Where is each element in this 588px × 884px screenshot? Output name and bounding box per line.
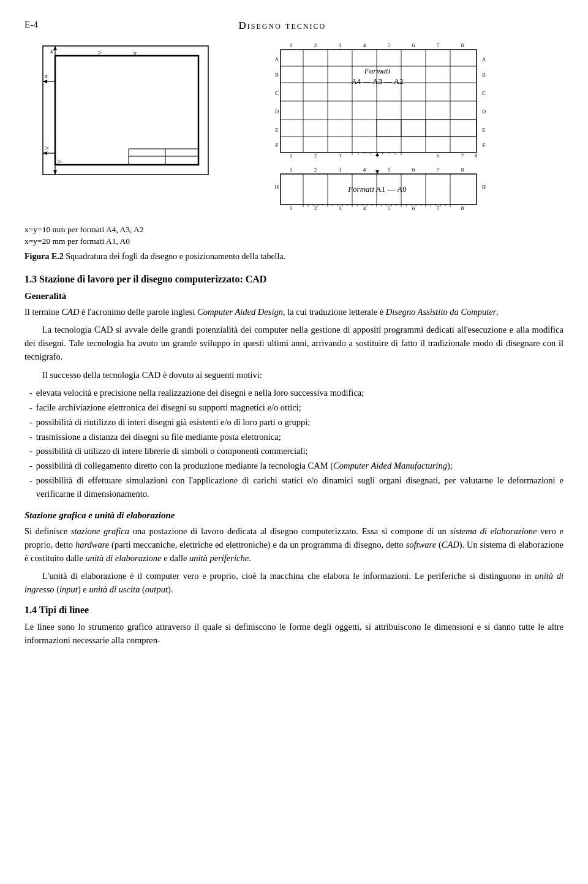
diagram-caption-row: x=y=10 mm per formati A4, A3, A2 x=y=20 …	[24, 224, 564, 247]
list-item: - possibilità di utilizzo di intere libr…	[29, 445, 564, 458]
section-1-4-para1: Le linee sono lo strumento grafico attra…	[24, 621, 564, 648]
page-id: E-4	[24, 18, 38, 32]
bullet-dash: -	[29, 416, 32, 429]
sheet-squaring-diagram: x x > > x >	[24, 40, 221, 202]
bullet-text: possibilità di utilizzo di intere librer…	[36, 445, 308, 458]
list-item: - possibilità di riutilizzo di interi di…	[29, 416, 564, 429]
list-item: - trasmissione a distanza dei disegni su…	[29, 431, 564, 444]
list-item: - possibilità di effettuare simulazioni …	[29, 474, 564, 501]
stazione-para1: Si definisce stazione grafica una postaz…	[24, 525, 564, 565]
figure-caption-bold: Figura E.2	[24, 252, 64, 261]
svg-text:6: 6	[412, 42, 415, 48]
left-caption-line1: x=y=10 mm per formati A4, A3, A2	[24, 225, 143, 234]
diagrams-row: x x > > x >	[24, 40, 564, 213]
list-item: - elevata velocità e precisione nella re…	[29, 387, 564, 400]
svg-text:4: 4	[363, 167, 366, 173]
bullet-dash: -	[29, 387, 32, 400]
figure-caption: Figura E.2 Squadratura dei fogli da dise…	[24, 251, 564, 263]
page-header: E-4 Disegno tecnico	[24, 18, 564, 34]
format-grid-top: 1 2 3 4 5 6 7 8 A B C D E F A B C D E F …	[257, 40, 490, 159]
bullet-text: trasmissione a distanza dei disegni su f…	[36, 431, 281, 444]
svg-text:3: 3	[339, 42, 342, 48]
stazione-heading: Stazione grafica e unità di elaborazione	[24, 509, 564, 523]
svg-text:A4 — A3 — A2: A4 — A3 — A2	[351, 77, 403, 86]
svg-text:D: D	[482, 108, 486, 115]
svg-text:7: 7	[461, 153, 464, 159]
svg-text:H: H	[482, 184, 486, 190]
bullet-list: - elevata velocità e precisione nella re…	[24, 387, 564, 501]
svg-text:H: H	[275, 184, 279, 190]
svg-text:>: >	[45, 143, 49, 153]
svg-text:8: 8	[461, 167, 464, 173]
right-diagrams: 1 2 3 4 5 6 7 8 A B C D E F A B C D E F …	[257, 40, 564, 213]
para3: Il successo della tecnologia CAD è dovut…	[24, 369, 564, 382]
section-1-3-heading: 1.3 Stazione di lavoro per il disegno co…	[24, 272, 564, 286]
svg-text:2: 2	[314, 167, 317, 173]
list-item: - facile archiviazione elettronica dei d…	[29, 401, 564, 415]
svg-text:5: 5	[388, 205, 391, 211]
bullet-dash: -	[29, 401, 32, 415]
svg-text:8: 8	[461, 205, 464, 211]
svg-text:B: B	[482, 72, 486, 78]
section-1-4-heading: 1.4 Tipi di linee	[24, 603, 564, 617]
svg-text:E: E	[275, 127, 279, 133]
svg-text:x: x	[50, 47, 53, 55]
stazione-para2: L'unità di elaborazione è il computer ve…	[24, 570, 564, 597]
svg-text:C: C	[275, 90, 279, 96]
svg-rect-0	[43, 46, 208, 175]
svg-text:5: 5	[388, 42, 391, 48]
svg-text:2: 2	[314, 42, 317, 48]
svg-text:Formati  A1 — A0: Formati A1 — A0	[347, 184, 407, 194]
svg-text:7: 7	[437, 167, 440, 173]
svg-text:8: 8	[461, 42, 464, 48]
format-grid-bottom: H H 1 2 3 4 5 6 7 8 1 2 3 4 5 6 7 8	[257, 164, 490, 213]
svg-text:8: 8	[475, 153, 478, 159]
svg-text:4: 4	[363, 42, 366, 48]
svg-marker-6	[43, 80, 47, 83]
svg-text:1: 1	[290, 205, 293, 211]
svg-text:>: >	[57, 157, 61, 166]
left-diagram: x x > > x >	[24, 40, 239, 202]
svg-marker-3	[53, 46, 57, 50]
generalita-label: Generalità	[24, 290, 564, 303]
svg-text:A: A	[275, 56, 279, 62]
bullet-text: possibilità di collegamento diretto con …	[36, 459, 453, 473]
svg-text:D: D	[275, 108, 279, 115]
svg-text:7: 7	[437, 205, 440, 211]
page-title: Disegno tecnico	[38, 18, 527, 34]
bullet-dash: -	[29, 474, 32, 501]
svg-text:F: F	[275, 142, 278, 148]
left-caption-line2: x=y=20 mm per formati A1, A0	[24, 236, 130, 246]
svg-rect-1	[55, 56, 198, 165]
left-caption: x=y=10 mm per formati A4, A3, A2 x=y=20 …	[24, 224, 239, 247]
figure-caption-text: Squadratura dei fogli da disegno e posiz…	[66, 252, 285, 261]
svg-text:2: 2	[314, 153, 317, 159]
bullet-dash: -	[29, 459, 32, 473]
svg-text:2: 2	[314, 205, 317, 211]
bullet-text: possibilità di effettuare simulazioni co…	[36, 474, 564, 501]
svg-text:3: 3	[339, 205, 342, 211]
svg-text:6: 6	[412, 205, 415, 211]
svg-text:3: 3	[339, 167, 342, 173]
svg-text:5: 5	[388, 167, 391, 173]
svg-text:B: B	[275, 72, 279, 78]
svg-text:1: 1	[290, 153, 293, 159]
svg-text:A: A	[482, 56, 486, 62]
svg-text:C: C	[482, 90, 486, 96]
svg-text:3: 3	[339, 153, 342, 159]
svg-text:6: 6	[412, 167, 415, 173]
list-item: - possibilità di collegamento diretto co…	[29, 459, 564, 473]
svg-text:>: >	[97, 48, 102, 57]
svg-text:4: 4	[363, 205, 366, 211]
svg-text:6: 6	[437, 153, 440, 159]
para2: La tecnologia CAD si avvale delle grandi…	[24, 323, 564, 363]
bullet-text: facile archiviazione elettronica dei dis…	[36, 401, 301, 415]
svg-text:1: 1	[290, 167, 293, 173]
para1: Il termine CAD è l'acronimo delle parole…	[24, 306, 564, 319]
bullet-text: elevata velocità e precisione nella real…	[36, 387, 364, 400]
svg-text:F: F	[482, 142, 485, 148]
svg-marker-9	[53, 170, 57, 175]
svg-text:Formati: Formati	[364, 66, 391, 75]
svg-rect-62	[377, 119, 477, 137]
svg-text:x: x	[133, 49, 137, 56]
